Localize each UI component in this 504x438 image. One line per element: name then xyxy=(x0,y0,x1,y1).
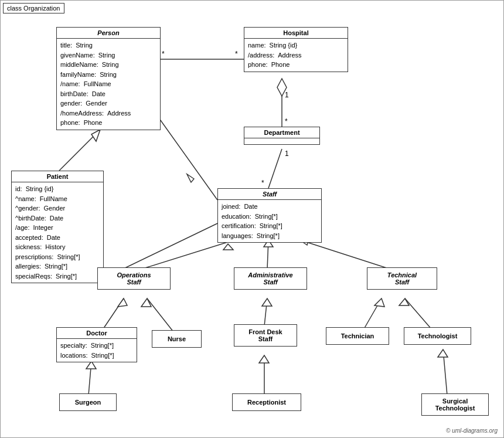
class-technician-header: Technician xyxy=(326,328,389,344)
class-doctor: Doctor specialty:String[*] locations:Str… xyxy=(56,327,137,362)
svg-text:*: * xyxy=(285,117,288,125)
class-surgical-technologist-header: SurgicalTechnologist xyxy=(422,394,488,415)
class-department-header: Department xyxy=(244,127,319,138)
svg-line-26 xyxy=(264,298,267,326)
class-surgeon-header: Surgeon xyxy=(60,394,116,410)
svg-line-24 xyxy=(147,298,173,332)
class-front-desk-staff: Front DeskStaff xyxy=(234,324,297,347)
svg-marker-31 xyxy=(399,298,409,305)
class-technologist-header: Technologist xyxy=(404,328,471,344)
svg-marker-13 xyxy=(187,174,194,182)
svg-line-16 xyxy=(141,240,235,269)
class-technologist: Technologist xyxy=(404,327,471,345)
svg-marker-17 xyxy=(223,244,233,250)
class-nurse: Nurse xyxy=(152,330,202,348)
svg-line-36 xyxy=(443,349,447,395)
copyright: © uml-diagrams.org xyxy=(446,427,498,434)
svg-text:1: 1 xyxy=(285,91,289,99)
class-department-body xyxy=(244,138,319,144)
class-surgical-technologist: SurgicalTechnologist xyxy=(421,393,489,416)
class-staff-header: Staff xyxy=(218,189,321,200)
class-person-body: title:String givenName:String middleName… xyxy=(57,39,160,130)
svg-line-7 xyxy=(268,149,282,188)
class-patient-header: Patient xyxy=(12,171,103,182)
svg-line-32 xyxy=(88,361,91,395)
class-technical-staff-header: TechnicalStaff xyxy=(367,268,437,289)
svg-line-28 xyxy=(364,298,382,329)
class-doctor-body: specialty:String[*] locations:String[*] xyxy=(57,339,137,362)
svg-marker-23 xyxy=(118,298,127,307)
class-staff: Staff joined:Date education:String[*] ce… xyxy=(217,188,322,243)
class-receptionist: Receptionist xyxy=(232,393,301,411)
diagram-title: class Organization xyxy=(3,3,64,13)
svg-text:*: * xyxy=(162,50,165,58)
svg-marker-35 xyxy=(259,355,269,363)
svg-marker-4 xyxy=(277,79,287,96)
class-patient-body: id:String {id} ^name:FullName ^gender:Ge… xyxy=(12,182,103,283)
uml-diagram: class Organization * * 1 * 1 * * xyxy=(0,0,504,438)
svg-text:1: 1 xyxy=(285,150,289,158)
svg-marker-37 xyxy=(438,349,448,357)
svg-line-20 xyxy=(299,240,390,269)
svg-marker-25 xyxy=(141,298,151,307)
class-operations-staff: OperationsStaff xyxy=(97,267,171,290)
svg-line-12 xyxy=(159,118,217,200)
svg-text:*: * xyxy=(261,179,264,187)
class-administrative-staff-header: AdministrativeStaff xyxy=(234,268,307,289)
class-nurse-header: Nurse xyxy=(152,331,201,347)
svg-line-18 xyxy=(267,240,268,269)
class-operations-staff-header: OperationsStaff xyxy=(98,268,170,289)
class-person: Person title:String givenName:String mid… xyxy=(56,27,161,130)
class-administrative-staff: AdministrativeStaff xyxy=(234,267,307,290)
class-doctor-header: Doctor xyxy=(57,328,137,339)
svg-marker-29 xyxy=(374,298,384,307)
class-technical-staff: TechnicalStaff xyxy=(367,267,437,290)
svg-marker-11 xyxy=(91,130,100,141)
class-hospital-body: name:String {id} /address:Address phone:… xyxy=(244,39,348,72)
class-hospital: Hospital name:String {id} /address:Addre… xyxy=(244,27,348,72)
svg-marker-27 xyxy=(262,298,272,306)
class-hospital-header: Hospital xyxy=(244,28,348,39)
class-staff-body: joined:Date education:String[*] certific… xyxy=(218,200,321,242)
class-patient: Patient id:String {id} ^name:FullName ^g… xyxy=(11,171,104,283)
svg-line-30 xyxy=(405,298,431,329)
class-front-desk-staff-header: Front DeskStaff xyxy=(234,325,297,346)
class-person-header: Person xyxy=(57,28,160,39)
class-receptionist-header: Receptionist xyxy=(233,394,301,410)
svg-line-22 xyxy=(103,298,124,329)
class-technician: Technician xyxy=(326,327,389,345)
class-department: Department xyxy=(244,127,320,145)
class-surgeon: Surgeon xyxy=(59,393,117,411)
svg-text:*: * xyxy=(235,50,238,58)
svg-line-10 xyxy=(59,130,100,171)
